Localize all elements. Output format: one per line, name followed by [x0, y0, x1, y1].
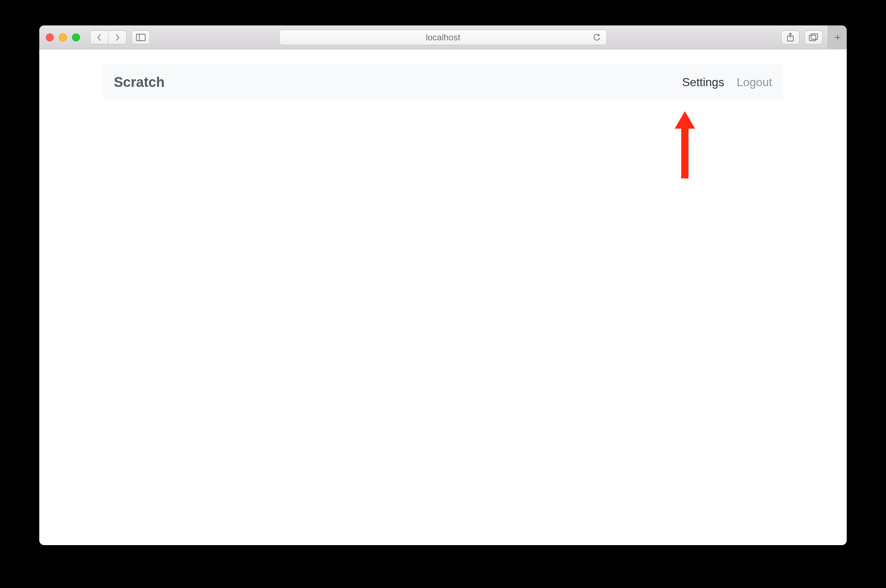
settings-link[interactable]: Settings	[682, 76, 725, 89]
address-bar[interactable]: localhost	[279, 30, 607, 45]
toolbar-right-controls	[776, 26, 840, 50]
safari-window: localhost Scratch Settings Logout	[39, 26, 847, 545]
svg-rect-5	[811, 34, 818, 39]
svg-rect-0	[136, 34, 145, 41]
page-content: Scratch Settings Logout	[39, 64, 847, 545]
svg-rect-4	[809, 35, 816, 41]
history-nav-group	[90, 30, 126, 44]
app-navbar: Scratch Settings Logout	[103, 64, 783, 100]
window-close-button[interactable]	[46, 33, 54, 41]
address-text: localhost	[426, 32, 460, 42]
forward-button[interactable]	[108, 30, 126, 44]
logout-link[interactable]: Logout	[737, 76, 772, 89]
brand-title[interactable]: Scratch	[114, 75, 164, 90]
plus-icon	[833, 33, 842, 41]
reload-button[interactable]	[593, 33, 600, 41]
reload-icon	[593, 33, 600, 41]
share-button[interactable]	[781, 30, 799, 44]
window-fullscreen-button[interactable]	[72, 33, 80, 41]
sidebar-toggle-button[interactable]	[132, 30, 150, 44]
svg-marker-8	[675, 111, 695, 178]
new-tab-button[interactable]	[828, 26, 847, 50]
share-icon	[786, 33, 794, 42]
chevron-right-icon	[115, 34, 120, 41]
nav-links: Settings Logout	[682, 76, 773, 89]
tabs-overview-button[interactable]	[805, 30, 823, 44]
chevron-left-icon	[97, 34, 102, 41]
sidebar-icon	[136, 34, 146, 41]
window-minimize-button[interactable]	[59, 33, 67, 41]
annotation-arrow-icon	[674, 111, 696, 180]
window-controls	[46, 33, 80, 41]
back-button[interactable]	[90, 30, 108, 44]
browser-toolbar: localhost	[39, 26, 847, 50]
tabs-icon	[809, 33, 818, 41]
